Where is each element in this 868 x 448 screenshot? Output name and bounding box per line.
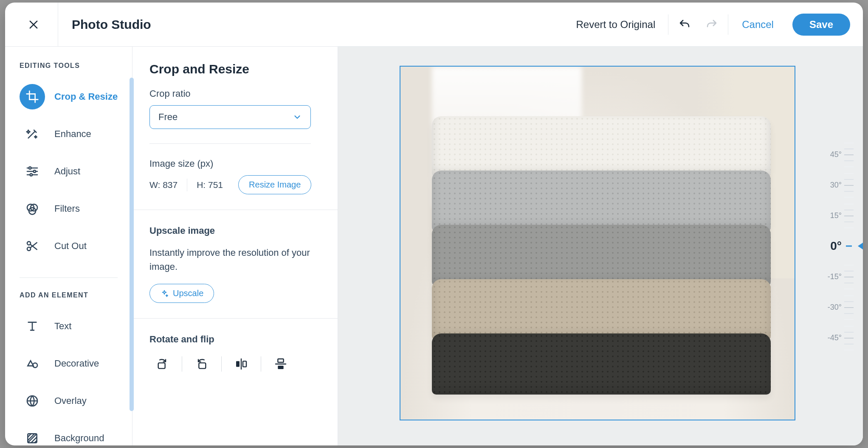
svg-rect-16 xyxy=(278,366,283,369)
revert-button[interactable]: Revert to Original xyxy=(566,19,665,31)
upscale-title: Upscale image xyxy=(149,225,321,242)
svg-point-2 xyxy=(30,174,32,176)
rotate-cw-button[interactable] xyxy=(149,353,175,375)
canvas-area: 45° 30° 15° 0° -15° -30° -45° xyxy=(338,47,863,445)
text-icon xyxy=(20,314,45,339)
overlay-icon xyxy=(20,388,45,414)
undo-button[interactable] xyxy=(672,12,697,37)
sidebar-item-label: Adjust xyxy=(54,166,80,177)
crop-handle-bl[interactable] xyxy=(400,412,408,420)
dial-tick: 15° xyxy=(816,200,842,231)
wand-icon xyxy=(20,121,45,147)
elements-list: Text Decorative Overlay xyxy=(5,308,132,445)
scissors-icon xyxy=(20,233,45,259)
svg-point-1 xyxy=(34,170,36,172)
sidebar-item-filters[interactable]: Filters xyxy=(5,190,132,227)
svg-point-0 xyxy=(29,167,31,169)
flip-v-icon xyxy=(274,357,287,371)
rotate-flip-title: Rotate and flip xyxy=(149,334,321,351)
sidebar-item-label: Decorative xyxy=(54,358,99,369)
save-button[interactable]: Save xyxy=(792,14,850,36)
resize-image-button[interactable]: Resize Image xyxy=(238,175,311,194)
sidebar-heading-add: ADD AN ELEMENT xyxy=(5,288,132,308)
dial-tick: -30° xyxy=(816,292,842,322)
rotate-ccw-button[interactable] xyxy=(189,353,214,375)
crop-ratio-label: Crop ratio xyxy=(149,88,321,105)
crop-icon xyxy=(20,84,45,109)
close-button[interactable] xyxy=(23,14,44,35)
sidebar-item-background[interactable]: Background xyxy=(5,420,132,445)
image-height: H: 751 xyxy=(197,180,223,190)
image-size-label: Image size (px) xyxy=(149,158,321,175)
filters-icon xyxy=(20,196,45,221)
sidebar-item-text[interactable]: Text xyxy=(5,308,132,345)
crop-ratio-select[interactable]: Free xyxy=(149,105,311,129)
sidebar-item-decorative[interactable]: Decorative xyxy=(5,345,132,382)
app-title: Photo Studio xyxy=(63,17,151,32)
header-actions: Revert to Original Cancel Save xyxy=(566,12,850,37)
image-preview xyxy=(400,67,795,420)
flip-horizontal-button[interactable] xyxy=(228,353,254,375)
sparkle-icon xyxy=(160,289,169,298)
rotate-flip-toolbar xyxy=(149,351,321,375)
sidebar-heading-tools: EDITING TOOLS xyxy=(5,59,132,78)
chevron-down-icon xyxy=(293,112,302,122)
crop-handle-br[interactable] xyxy=(787,412,795,420)
sidebar-item-cut-out[interactable]: Cut Out xyxy=(5,227,132,265)
sidebar: EDITING TOOLS Crop & Resize xyxy=(5,47,132,445)
sidebar-item-label: Enhance xyxy=(54,129,91,140)
photo-studio-modal: Photo Studio Revert to Original Cancel S… xyxy=(5,3,863,445)
image-size-row: W: 837 H: 751 Resize Image xyxy=(149,175,321,194)
dial-pointer-icon xyxy=(858,243,863,249)
upscale-button[interactable]: Upscale xyxy=(149,284,214,303)
rotate-ccw-icon xyxy=(195,357,209,371)
flip-vertical-button[interactable] xyxy=(268,353,293,375)
sidebar-item-label: Crop & Resize xyxy=(54,91,118,102)
sidebar-item-label: Text xyxy=(54,321,71,332)
rotation-dial[interactable]: 45° 30° 15° 0° -15° -30° -45° xyxy=(803,47,854,445)
undo-icon xyxy=(678,18,691,31)
sidebar-item-label: Overlay xyxy=(54,395,87,406)
sidebar-item-overlay[interactable]: Overlay xyxy=(5,382,132,420)
sliders-icon xyxy=(20,159,45,184)
svg-rect-13 xyxy=(236,361,240,367)
sidebar-item-label: Filters xyxy=(54,203,80,214)
dial-current: 0° xyxy=(816,231,842,261)
svg-rect-14 xyxy=(243,361,246,367)
dial-tick: 30° xyxy=(816,170,842,200)
panel-title: Crop and Resize xyxy=(149,62,321,88)
dial-tick: -15° xyxy=(816,261,842,292)
dial-tick: 45° xyxy=(816,139,842,170)
cancel-button[interactable]: Cancel xyxy=(732,19,784,31)
sidebar-item-crop-resize[interactable]: Crop & Resize xyxy=(5,78,132,115)
sidebar-scrollbar[interactable] xyxy=(130,48,135,440)
rotate-cw-icon xyxy=(155,357,169,371)
redo-button[interactable] xyxy=(699,12,724,37)
sidebar-item-label: Background xyxy=(54,433,104,444)
options-panel: Crop and Resize Crop ratio Free Image si… xyxy=(132,47,338,445)
close-area xyxy=(9,3,58,47)
redo-icon xyxy=(705,18,718,31)
header: Photo Studio Revert to Original Cancel S… xyxy=(5,3,863,47)
svg-rect-12 xyxy=(199,363,206,368)
dial-tick: -45° xyxy=(816,322,842,353)
flip-h-icon xyxy=(234,357,248,371)
crop-handle-tl[interactable] xyxy=(400,66,408,74)
sidebar-item-label: Cut Out xyxy=(54,241,87,252)
sidebar-item-enhance[interactable]: Enhance xyxy=(5,115,132,153)
hatch-icon xyxy=(20,426,45,445)
svg-rect-11 xyxy=(158,363,165,368)
upscale-description: Instantly improve the resolution of your… xyxy=(149,242,311,284)
crop-frame[interactable] xyxy=(400,66,795,420)
crop-ratio-value: Free xyxy=(158,112,178,123)
tools-list: Crop & Resize Enhance Adju xyxy=(5,78,132,275)
crop-handle-tr[interactable] xyxy=(787,66,795,74)
close-icon xyxy=(28,19,39,31)
image-width: W: 837 xyxy=(149,180,178,190)
svg-rect-15 xyxy=(278,359,283,362)
sidebar-item-adjust[interactable]: Adjust xyxy=(5,153,132,190)
shapes-icon xyxy=(20,351,45,376)
